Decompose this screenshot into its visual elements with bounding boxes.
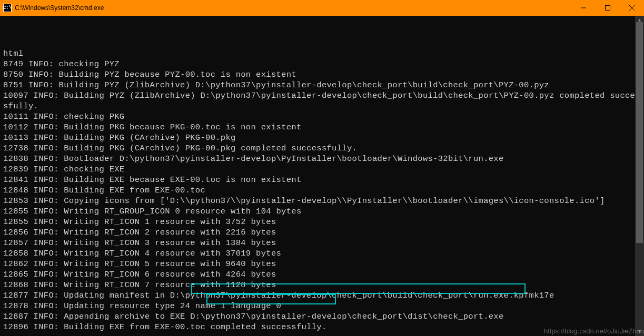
terminal-line: 12855 INFO: Writing RT_GROUP_ICON 0 reso… (3, 206, 641, 217)
scrollbar-track[interactable]: ▲ ▼ (635, 16, 644, 336)
cmd-icon: C:\ (3, 4, 12, 12)
minimize-icon (581, 5, 586, 11)
watermark-text: https://blog.csdn.net/oJiuJieZhon (544, 327, 644, 335)
terminal-line: 12857 INFO: Writing RT_ICON 3 resource w… (3, 238, 641, 248)
terminal-line: 12865 INFO: Writing RT_ICON 6 resource w… (3, 269, 641, 280)
terminal-output[interactable]: html8749 INFO: checking PYZ8750 INFO: Bu… (0, 16, 644, 336)
terminal-line: 12848 INFO: Building EXE from EXE-00.toc (3, 185, 641, 196)
terminal-line: 10113 INFO: Building PKG (CArchive) PKG-… (3, 133, 641, 143)
window-controls (571, 0, 644, 16)
close-button[interactable] (620, 0, 644, 16)
cmd-window: C:\ C:\Windows\System32\cmd.exe html8749… (0, 0, 644, 336)
terminal-line: 12841 INFO: Building EXE because EXE-00.… (3, 175, 641, 185)
terminal-line: 12838 INFO: Bootloader D:\python37\pyins… (3, 154, 641, 164)
terminal-line: 12839 INFO: checking EXE (3, 164, 641, 175)
terminal-line: 12877 INFO: Updating manifest in D:\pyth… (3, 290, 641, 301)
terminal-line: 12853 INFO: Copying icons from ['D:\\pyt… (3, 196, 641, 206)
terminal-line: 10111 INFO: checking PKG (3, 111, 641, 122)
terminal-line: 12878 INFO: Updating resource type 24 na… (3, 301, 641, 311)
window-title: C:\Windows\System32\cmd.exe (15, 4, 571, 12)
svg-rect-1 (606, 6, 610, 11)
terminal-line: 12862 INFO: Writing RT_ICON 5 resource w… (3, 259, 641, 269)
terminal-line: 12738 INFO: Building PKG (CArchive) PKG-… (3, 143, 641, 154)
terminal-line: 10112 INFO: Building PKG because PKG-00.… (3, 122, 641, 133)
vertical-scrollbar[interactable]: ▲ ▼ (635, 16, 644, 336)
terminal-line: 8751 INFO: Building PYZ (ZlibArchive) D:… (3, 80, 641, 90)
close-icon (629, 5, 635, 11)
terminal-line: 12855 INFO: Writing RT_ICON 1 resource w… (3, 217, 641, 227)
maximize-icon (605, 5, 610, 11)
minimize-button[interactable] (571, 0, 596, 16)
terminal-line: 8749 INFO: checking PYZ (3, 59, 641, 69)
terminal-line: 12887 INFO: Appending archive to EXE D:\… (3, 311, 641, 322)
titlebar[interactable]: C:\ C:\Windows\System32\cmd.exe (0, 0, 644, 16)
terminal-line: 12856 INFO: Writing RT_ICON 2 resource w… (3, 227, 641, 238)
terminal-line: 10097 INFO: Building PYZ (ZlibArchive) D… (3, 90, 641, 111)
terminal-line: 12868 INFO: Writing RT_ICON 7 resource w… (3, 280, 641, 290)
terminal-line: 8750 INFO: Building PYZ because PYZ-00.t… (3, 69, 641, 80)
terminal-line: 12858 INFO: Writing RT_ICON 4 resource w… (3, 248, 641, 259)
maximize-button[interactable] (596, 0, 620, 16)
scrollbar-thumb[interactable] (636, 22, 643, 243)
terminal-line: html (3, 48, 641, 59)
